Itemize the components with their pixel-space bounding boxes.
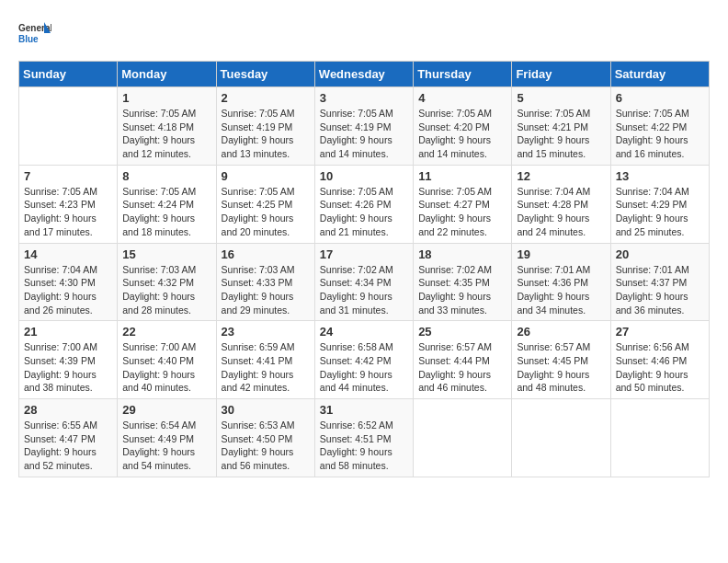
calendar-cell: 2Sunrise: 7:05 AM Sunset: 4:19 PM Daylig… — [216, 87, 314, 166]
calendar-cell: 19Sunrise: 7:01 AM Sunset: 4:36 PM Dayli… — [512, 243, 610, 321]
cell-content: Sunrise: 6:53 AM Sunset: 4:50 PM Dayligh… — [222, 419, 310, 473]
day-number: 18 — [418, 247, 506, 261]
calendar-cell: 24Sunrise: 6:58 AM Sunset: 4:42 PM Dayli… — [314, 321, 413, 399]
day-number: 16 — [222, 247, 310, 261]
calendar-cell: 13Sunrise: 7:04 AM Sunset: 4:29 PM Dayli… — [610, 165, 709, 243]
day-number: 29 — [122, 403, 210, 417]
cell-content: Sunrise: 7:00 AM Sunset: 4:40 PM Dayligh… — [122, 340, 210, 395]
calendar-cell: 16Sunrise: 7:03 AM Sunset: 4:33 PM Dayli… — [216, 243, 314, 321]
cell-content: Sunrise: 6:58 AM Sunset: 4:42 PM Dayligh… — [320, 340, 408, 395]
day-number: 26 — [517, 325, 605, 339]
calendar-cell: 25Sunrise: 6:57 AM Sunset: 4:44 PM Dayli… — [414, 321, 512, 399]
day-number: 14 — [24, 247, 112, 261]
calendar-cell: 18Sunrise: 7:02 AM Sunset: 4:35 PM Dayli… — [414, 243, 512, 321]
day-number: 23 — [222, 325, 310, 339]
cell-content: Sunrise: 7:05 AM Sunset: 4:25 PM Dayligh… — [222, 185, 310, 239]
day-number: 2 — [222, 91, 310, 105]
day-number: 17 — [320, 247, 408, 261]
cell-content: Sunrise: 7:02 AM Sunset: 4:35 PM Dayligh… — [418, 263, 506, 317]
day-number: 30 — [222, 403, 310, 417]
calendar-week-row: 21Sunrise: 7:00 AM Sunset: 4:39 PM Dayli… — [19, 321, 710, 399]
cell-content: Sunrise: 7:03 AM Sunset: 4:33 PM Dayligh… — [222, 263, 310, 317]
cell-content: Sunrise: 7:04 AM Sunset: 4:28 PM Dayligh… — [517, 185, 605, 239]
cell-content: Sunrise: 7:05 AM Sunset: 4:18 PM Dayligh… — [122, 107, 210, 161]
weekday-header: Thursday — [414, 62, 512, 87]
cell-content: Sunrise: 6:59 AM Sunset: 4:41 PM Dayligh… — [222, 340, 310, 395]
calendar-week-row: 14Sunrise: 7:04 AM Sunset: 4:30 PM Dayli… — [19, 243, 710, 321]
logo: General Blue — [18, 18, 51, 52]
calendar-cell: 23Sunrise: 6:59 AM Sunset: 4:41 PM Dayli… — [216, 321, 314, 399]
page-header: General Blue — [18, 18, 710, 52]
day-number: 15 — [122, 247, 210, 261]
calendar-cell: 30Sunrise: 6:53 AM Sunset: 4:50 PM Dayli… — [216, 399, 314, 477]
day-number: 27 — [616, 325, 704, 339]
cell-content: Sunrise: 6:57 AM Sunset: 4:44 PM Dayligh… — [418, 340, 506, 395]
weekday-header: Sunday — [19, 62, 118, 87]
cell-content: Sunrise: 7:03 AM Sunset: 4:32 PM Dayligh… — [122, 263, 210, 317]
calendar-week-row: 1Sunrise: 7:05 AM Sunset: 4:18 PM Daylig… — [19, 87, 710, 166]
calendar-week-row: 28Sunrise: 6:55 AM Sunset: 4:47 PM Dayli… — [19, 399, 710, 477]
calendar-cell: 14Sunrise: 7:04 AM Sunset: 4:30 PM Dayli… — [19, 243, 118, 321]
day-number: 21 — [24, 325, 112, 339]
day-number: 19 — [517, 247, 605, 261]
calendar-cell: 12Sunrise: 7:04 AM Sunset: 4:28 PM Dayli… — [512, 165, 610, 243]
calendar-cell: 29Sunrise: 6:54 AM Sunset: 4:49 PM Dayli… — [118, 399, 216, 477]
calendar-cell: 17Sunrise: 7:02 AM Sunset: 4:34 PM Dayli… — [314, 243, 413, 321]
cell-content: Sunrise: 7:05 AM Sunset: 4:19 PM Dayligh… — [320, 107, 408, 161]
day-number: 8 — [122, 169, 210, 183]
cell-content: Sunrise: 6:52 AM Sunset: 4:51 PM Dayligh… — [320, 419, 408, 473]
cell-content: Sunrise: 6:57 AM Sunset: 4:45 PM Dayligh… — [517, 340, 605, 395]
day-number: 7 — [24, 169, 112, 183]
day-number: 31 — [320, 403, 408, 417]
calendar-table: SundayMondayTuesdayWednesdayThursdayFrid… — [18, 61, 710, 477]
cell-content: Sunrise: 7:05 AM Sunset: 4:21 PM Dayligh… — [517, 107, 605, 161]
cell-content: Sunrise: 7:05 AM Sunset: 4:23 PM Dayligh… — [24, 185, 112, 239]
day-number: 5 — [517, 91, 605, 105]
calendar-cell: 1Sunrise: 7:05 AM Sunset: 4:18 PM Daylig… — [118, 87, 216, 166]
day-number: 6 — [616, 91, 704, 105]
calendar-cell: 6Sunrise: 7:05 AM Sunset: 4:22 PM Daylig… — [610, 87, 709, 166]
calendar-cell: 3Sunrise: 7:05 AM Sunset: 4:19 PM Daylig… — [314, 87, 413, 166]
cell-content: Sunrise: 6:56 AM Sunset: 4:46 PM Dayligh… — [616, 340, 704, 395]
calendar-cell: 22Sunrise: 7:00 AM Sunset: 4:40 PM Dayli… — [118, 321, 216, 399]
calendar-cell: 20Sunrise: 7:01 AM Sunset: 4:37 PM Dayli… — [610, 243, 709, 321]
cell-content: Sunrise: 7:05 AM Sunset: 4:27 PM Dayligh… — [418, 185, 506, 239]
cell-content: Sunrise: 7:02 AM Sunset: 4:34 PM Dayligh… — [320, 263, 408, 317]
calendar-cell — [19, 87, 118, 166]
calendar-cell — [610, 399, 709, 477]
calendar-cell: 11Sunrise: 7:05 AM Sunset: 4:27 PM Dayli… — [414, 165, 512, 243]
weekday-header: Wednesday — [314, 62, 413, 87]
calendar-cell: 26Sunrise: 6:57 AM Sunset: 4:45 PM Dayli… — [512, 321, 610, 399]
calendar-cell: 21Sunrise: 7:00 AM Sunset: 4:39 PM Dayli… — [19, 321, 118, 399]
cell-content: Sunrise: 6:55 AM Sunset: 4:47 PM Dayligh… — [24, 419, 112, 473]
cell-content: Sunrise: 7:00 AM Sunset: 4:39 PM Dayligh… — [24, 340, 112, 395]
calendar-cell — [414, 399, 512, 477]
calendar-cell: 15Sunrise: 7:03 AM Sunset: 4:32 PM Dayli… — [118, 243, 216, 321]
day-number: 22 — [122, 325, 210, 339]
calendar-header: SundayMondayTuesdayWednesdayThursdayFrid… — [19, 62, 710, 87]
day-number: 28 — [24, 403, 112, 417]
weekday-header: Saturday — [610, 62, 709, 87]
day-number: 25 — [418, 325, 506, 339]
calendar-week-row: 7Sunrise: 7:05 AM Sunset: 4:23 PM Daylig… — [19, 165, 710, 243]
calendar-cell: 4Sunrise: 7:05 AM Sunset: 4:20 PM Daylig… — [414, 87, 512, 166]
cell-content: Sunrise: 7:01 AM Sunset: 4:37 PM Dayligh… — [616, 263, 704, 317]
cell-content: Sunrise: 7:01 AM Sunset: 4:36 PM Dayligh… — [517, 263, 605, 317]
logo-svg: General Blue — [18, 18, 51, 52]
day-number: 12 — [517, 169, 605, 183]
cell-content: Sunrise: 7:05 AM Sunset: 4:24 PM Dayligh… — [122, 185, 210, 239]
day-number: 9 — [222, 169, 310, 183]
calendar-cell: 8Sunrise: 7:05 AM Sunset: 4:24 PM Daylig… — [118, 165, 216, 243]
day-number: 24 — [320, 325, 408, 339]
calendar-cell: 5Sunrise: 7:05 AM Sunset: 4:21 PM Daylig… — [512, 87, 610, 166]
day-number: 11 — [418, 169, 506, 183]
calendar-cell: 28Sunrise: 6:55 AM Sunset: 4:47 PM Dayli… — [19, 399, 118, 477]
weekday-header: Tuesday — [216, 62, 314, 87]
svg-text:Blue: Blue — [18, 34, 39, 44]
weekday-header: Friday — [512, 62, 610, 87]
day-number: 13 — [616, 169, 704, 183]
cell-content: Sunrise: 7:04 AM Sunset: 4:29 PM Dayligh… — [616, 185, 704, 239]
day-number: 4 — [418, 91, 506, 105]
calendar-cell — [512, 399, 610, 477]
day-number: 20 — [616, 247, 704, 261]
